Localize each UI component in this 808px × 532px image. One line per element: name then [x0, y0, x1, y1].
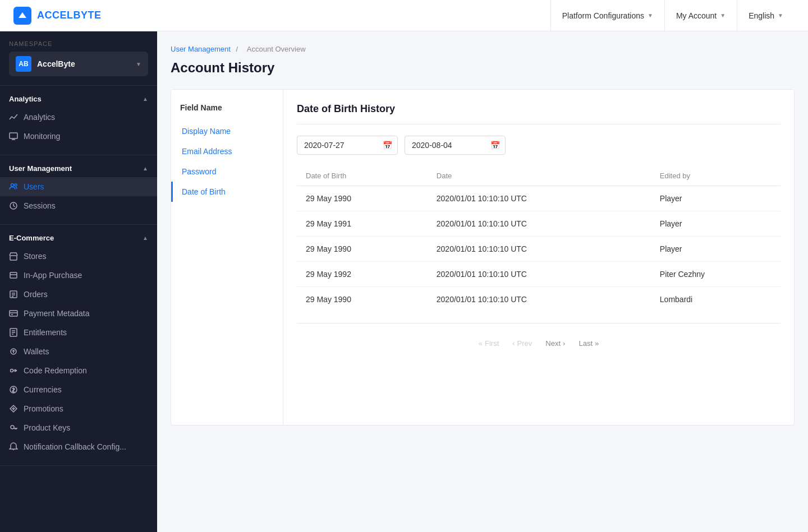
store-icon	[9, 252, 18, 261]
sidebar-section-analytics: Analytics ▲ Analytics Monitoring	[0, 86, 157, 155]
platform-config-label: Platform Configurations	[562, 11, 644, 20]
sidebar-item-in-app-purchase[interactable]: In-App Purchase	[0, 266, 157, 285]
svg-point-23	[11, 369, 13, 372]
language-menu[interactable]: English ▼	[737, 0, 795, 31]
sidebar-item-analytics[interactable]: Analytics	[0, 108, 157, 127]
svg-rect-6	[10, 256, 17, 260]
last-page-icon: »	[595, 339, 599, 348]
table-body: 29 May 19902020/01/01 10:10:10 UTCPlayer…	[297, 186, 781, 312]
namespace-chevron-icon: ▼	[136, 61, 141, 67]
table-row: 29 May 19922020/01/01 10:10:10 UTCPiter …	[297, 262, 781, 287]
chart-icon	[9, 113, 18, 122]
sidebar-item-wallets[interactable]: Wallets	[0, 342, 157, 361]
last-page-label: Last	[579, 339, 593, 348]
platform-config-menu[interactable]: Platform Configurations ▼	[550, 0, 664, 31]
table-cell-dob-2: 29 May 1990	[297, 237, 428, 262]
sidebar: NAMESPACE AB AccelByte ▼ Analytics ▲ Ana…	[0, 31, 157, 532]
logo-icon	[13, 7, 31, 25]
history-table: Date of Birth Date Edited by 29 May 1990…	[297, 166, 781, 312]
first-page-label: First	[485, 339, 499, 348]
breadcrumb: User Management / Account Overview	[171, 45, 795, 53]
layout: NAMESPACE AB AccelByte ▼ Analytics ▲ Ana…	[0, 31, 808, 532]
first-page-button[interactable]: « First	[474, 337, 504, 350]
svg-rect-0	[10, 133, 17, 138]
table-cell-dob-3: 29 May 1992	[297, 262, 428, 287]
sidebar-item-notification-callback[interactable]: Notification Callback Config...	[0, 437, 157, 456]
prev-page-icon: ‹	[512, 339, 515, 348]
sidebar-item-stores[interactable]: Stores	[0, 247, 157, 266]
pagination: « First ‹ Prev Next › Last	[297, 323, 781, 363]
sidebar-item-users[interactable]: Users	[0, 177, 157, 196]
left-panel-password[interactable]: Password	[171, 161, 283, 182]
promotions-icon	[9, 404, 18, 413]
prev-page-button[interactable]: ‹ Prev	[508, 337, 536, 350]
svg-rect-13	[10, 311, 17, 316]
sidebar-item-currencies[interactable]: Currencies	[0, 380, 157, 399]
sidebar-item-monitoring[interactable]: Monitoring	[0, 127, 157, 146]
sidebar-item-payment-metadata[interactable]: Payment Metadata	[0, 304, 157, 323]
payment-icon	[9, 309, 18, 318]
table-cell-edited_by-0: Player	[651, 186, 781, 211]
sidebar-section-ecommerce-title[interactable]: E-Commerce ▲	[0, 234, 157, 247]
table-cell-date-1: 2020/01/01 10:10:10 UTC	[428, 211, 651, 237]
breadcrumb-separator: /	[236, 45, 240, 53]
field-name-panel: Field Name Display Name Email Address Pa…	[171, 90, 283, 425]
table-cell-date-0: 2020/01/01 10:10:10 UTC	[428, 186, 651, 211]
svg-point-4	[15, 184, 17, 186]
table-cell-dob-1: 29 May 1991	[297, 211, 428, 237]
col-dob: Date of Birth	[297, 166, 428, 186]
sidebar-item-code-redemption[interactable]: Code Redemption	[0, 361, 157, 380]
prev-page-label: Prev	[517, 339, 532, 348]
sidebar-section-user-mgmt-title[interactable]: User Management ▲	[0, 164, 157, 177]
table-cell-edited_by-1: Player	[651, 211, 781, 237]
sidebar-section-user-management: User Management ▲ Users Sessions	[0, 155, 157, 225]
table-row: 29 May 19912020/01/01 10:10:10 UTCPlayer	[297, 211, 781, 237]
logo: ACCELBYTE	[13, 7, 102, 25]
date-to-input[interactable]	[405, 136, 506, 155]
left-panel-email-address[interactable]: Email Address	[171, 141, 283, 161]
next-page-button[interactable]: Next ›	[541, 337, 570, 350]
table-row: 29 May 19902020/01/01 10:10:10 UTCPlayer	[297, 186, 781, 211]
monitor-icon	[9, 132, 18, 141]
breadcrumb-user-management[interactable]: User Management	[171, 45, 231, 53]
table-row: 29 May 19902020/01/01 10:10:10 UTCLombar…	[297, 287, 781, 312]
sidebar-section-analytics-title[interactable]: Analytics ▲	[0, 95, 157, 108]
table-header: Date of Birth Date Edited by	[297, 166, 781, 186]
ecommerce-collapse-icon: ▲	[143, 235, 148, 241]
language-label: English	[749, 11, 774, 20]
date-from-wrapper: 📅	[297, 136, 398, 155]
users-icon	[9, 182, 18, 191]
field-name-header: Field Name	[171, 99, 283, 121]
analytics-collapse-icon: ▲	[143, 96, 148, 102]
left-panel-display-name[interactable]: Display Name	[171, 121, 283, 141]
next-page-icon: ›	[563, 339, 565, 348]
table-row: 29 May 19902020/01/01 10:10:10 UTCPlayer	[297, 237, 781, 262]
currency-icon	[9, 385, 18, 394]
table-header-row: Date of Birth Date Edited by	[297, 166, 781, 186]
sidebar-item-orders[interactable]: Orders	[0, 285, 157, 304]
code-icon	[9, 366, 18, 375]
table-cell-edited_by-3: Piter Cezhny	[651, 262, 781, 287]
namespace-selector[interactable]: AB AccelByte ▼	[9, 52, 148, 76]
next-page-label: Next	[545, 339, 561, 348]
sidebar-item-entitlements[interactable]: Entitlements	[0, 323, 157, 342]
table-cell-date-4: 2020/01/01 10:10:10 UTC	[428, 287, 651, 312]
sidebar-item-promotions[interactable]: Promotions	[0, 399, 157, 418]
notification-icon	[9, 442, 18, 451]
table-cell-dob-4: 29 May 1990	[297, 287, 428, 312]
last-page-button[interactable]: Last »	[574, 337, 603, 350]
table-cell-date-3: 2020/01/01 10:10:10 UTC	[428, 262, 651, 287]
date-from-input[interactable]	[297, 136, 398, 155]
left-panel-date-of-birth[interactable]: Date of Birth	[171, 182, 283, 202]
sidebar-item-sessions[interactable]: Sessions	[0, 196, 157, 215]
date-filters: 📅 📅	[297, 136, 781, 155]
top-navigation: ACCELBYTE Platform Configurations ▼ My A…	[0, 0, 808, 31]
col-edited-by: Edited by	[651, 166, 781, 186]
platform-config-chevron: ▼	[648, 12, 653, 18]
main-content: User Management / Account Overview Accou…	[157, 31, 808, 532]
history-panel: Date of Birth History 📅 📅	[283, 90, 794, 425]
my-account-menu[interactable]: My Account ▼	[664, 0, 737, 31]
key-icon	[9, 423, 18, 432]
history-title: Date of Birth History	[297, 103, 781, 124]
sidebar-item-product-keys[interactable]: Product Keys	[0, 418, 157, 437]
